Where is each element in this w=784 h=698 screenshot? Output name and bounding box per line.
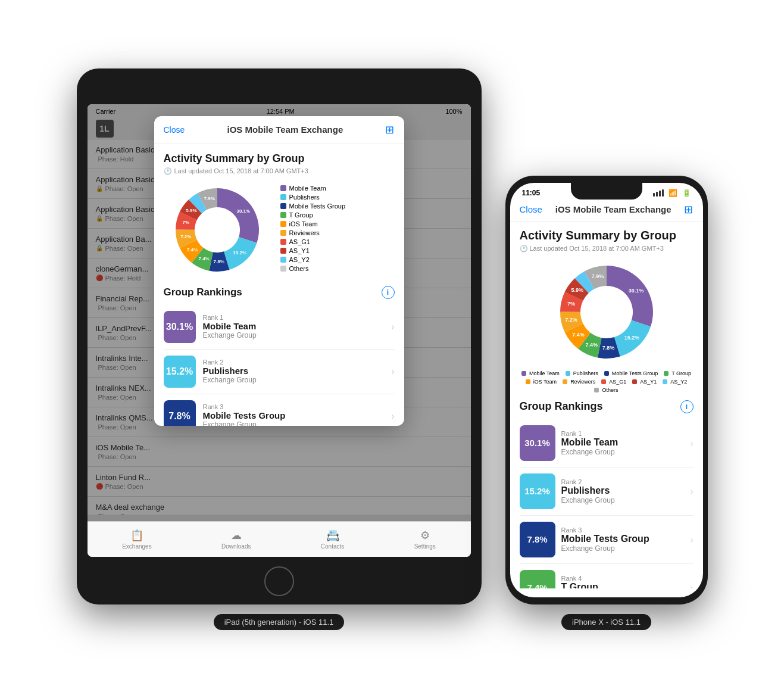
iphone-rankings-title: Group Rankings xyxy=(520,400,603,413)
iphone-legend-dot xyxy=(663,379,667,384)
modal-rankings-title: Group Rankings xyxy=(164,286,242,298)
iphone-rank-type: Exchange Group xyxy=(561,448,685,456)
legend-item: T Group xyxy=(280,211,346,219)
legend-dot xyxy=(280,194,286,200)
iphone-rank-chevron-icon: › xyxy=(691,438,694,448)
rank-label: Rank 2 xyxy=(203,359,385,366)
iphone-grid-icon[interactable]: ⊞ xyxy=(684,203,693,216)
modal-info-button[interactable]: i xyxy=(382,286,395,299)
modal-body: Activity Summary by Group 🕐 Last updated… xyxy=(154,144,404,426)
modal-title: iOS Mobile Team Exchange xyxy=(227,124,343,135)
legend-dot xyxy=(280,185,286,191)
tab-icon: ⚙ xyxy=(420,529,430,542)
iphone-nav-bar: Close iOS Mobile Team Exchange ⊞ xyxy=(510,200,703,222)
rank-type: Exchange Group xyxy=(203,376,385,384)
iphone-rank-info: Rank 1 Mobile Team Exchange Group xyxy=(561,430,685,456)
iphone-legend: Mobile Team Publishers Mobile Tests Grou… xyxy=(520,370,694,393)
svg-text:7.4%: 7.4% xyxy=(572,331,585,337)
iphone-legend-item: Mobile Team xyxy=(521,370,560,376)
iphone-legend-dot xyxy=(601,379,606,384)
legend-label: iOS Team xyxy=(289,220,318,228)
legend-item: Mobile Tests Group xyxy=(280,202,346,210)
iphone-rank-chevron-icon: › xyxy=(691,487,694,496)
iphone-legend-label: Others xyxy=(602,387,618,393)
legend-dot xyxy=(280,221,286,227)
modal-legend: Mobile Team Publishers Mobile Tests Grou… xyxy=(280,182,346,272)
svg-text:30.1%: 30.1% xyxy=(236,208,250,213)
iphone-legend-dot xyxy=(594,388,599,392)
iphone-legend-dot xyxy=(526,379,530,384)
iphone-legend-dot xyxy=(664,371,669,376)
iphone-signal-icon xyxy=(653,189,664,197)
rank-type: Exchange Group xyxy=(203,331,385,339)
iphone-rank-item[interactable]: 30.1% Rank 1 Mobile Team Exchange Group … xyxy=(520,419,694,468)
iphone-rank-name: Mobile Team xyxy=(561,437,685,448)
iphone-rank-item[interactable]: 7.8% Rank 3 Mobile Tests Group Exchange … xyxy=(520,516,694,564)
iphone-rank-chevron-icon: › xyxy=(691,583,694,588)
legend-label: Mobile Tests Group xyxy=(289,202,346,210)
legend-dot xyxy=(280,248,286,254)
iphone-legend-item: Publishers xyxy=(566,370,598,376)
iphone-rank-info: Rank 3 Mobile Tests Group Exchange Group xyxy=(561,526,685,553)
iphone-time: 11:05 xyxy=(522,189,541,197)
ipad-label: iPad (5th generation) - iOS 11.1 xyxy=(214,614,345,630)
tab-item[interactable]: 📋 Exchanges xyxy=(122,529,151,550)
iphone-legend-label: Mobile Tests Group xyxy=(612,370,658,376)
iphone-rank-list: 30.1% Rank 1 Mobile Team Exchange Group … xyxy=(520,419,694,588)
iphone-close-button[interactable]: Close xyxy=(520,204,542,214)
iphone-rank-badge: 7.8% xyxy=(520,522,555,557)
modal-section-title: Activity Summary by Group xyxy=(164,152,395,165)
rank-info: Rank 2 Publishers Exchange Group xyxy=(203,359,385,384)
iphone-legend-item: iOS Team xyxy=(526,379,557,385)
tab-label: Settings xyxy=(414,543,436,550)
rank-item[interactable]: 7.8% Rank 3 Mobile Tests Group Exchange … xyxy=(164,394,395,426)
iphone-rank-label: Rank 4 xyxy=(561,575,685,582)
tab-label: Contacts xyxy=(321,543,344,550)
iphone-info-button[interactable]: i xyxy=(680,400,694,413)
chart-legend-row: 30.1%15.2%7.8%7.4%7.4%7.2%7%5.9%7.9% Mob… xyxy=(164,182,395,278)
legend-dot xyxy=(280,239,286,245)
svg-text:15.2%: 15.2% xyxy=(233,250,246,255)
svg-text:5.9%: 5.9% xyxy=(186,208,196,213)
iphone-legend-label: Publishers xyxy=(573,370,598,376)
iphone-rank-badge: 15.2% xyxy=(520,473,555,509)
svg-text:7%: 7% xyxy=(182,219,189,225)
rank-item[interactable]: 15.2% Rank 2 Publishers Exchange Group › xyxy=(164,350,395,394)
modal-rankings-header: Group Rankings i xyxy=(164,286,395,299)
rank-badge: 15.2% xyxy=(164,356,196,388)
iphone-legend-dot xyxy=(521,371,526,376)
legend-label: AS_Y1 xyxy=(289,247,310,254)
legend-dot xyxy=(280,257,286,263)
iphone-legend-label: AS_Y1 xyxy=(640,379,657,385)
rank-label: Rank 3 xyxy=(203,403,385,410)
iphone-rank-item[interactable]: 7.4% Rank 4 T Group Exchange Group › xyxy=(520,564,694,588)
rank-item[interactable]: 30.1% Rank 1 Mobile Team Exchange Group … xyxy=(164,305,395,350)
svg-text:7.9%: 7.9% xyxy=(204,195,214,201)
legend-item: Others xyxy=(280,265,346,272)
tab-item[interactable]: 📇 Contacts xyxy=(321,529,344,550)
iphone-rank-badge: 7.4% xyxy=(520,570,555,588)
tab-item[interactable]: ⚙ Settings xyxy=(414,529,436,550)
tab-label: Exchanges xyxy=(122,543,151,550)
iphone-legend-label: AS_G1 xyxy=(609,379,626,385)
modal-grid-icon[interactable]: ⊞ xyxy=(385,123,394,136)
svg-text:7%: 7% xyxy=(567,300,575,306)
modal-close-button[interactable]: Close xyxy=(164,125,185,135)
legend-label: Publishers xyxy=(289,194,320,201)
legend-label: AS_G1 xyxy=(289,238,310,245)
svg-text:7.4%: 7.4% xyxy=(585,341,598,347)
iphone-status-icons: 📶 🔋 xyxy=(653,189,691,197)
rank-type: Exchange Group xyxy=(203,420,385,426)
rank-info: Rank 3 Mobile Tests Group Exchange Group xyxy=(203,403,385,426)
iphone-rank-info: Rank 2 Publishers Exchange Group xyxy=(561,478,685,504)
svg-text:7.9%: 7.9% xyxy=(591,273,604,279)
rank-badge: 7.8% xyxy=(164,400,196,426)
ipad-home-button[interactable] xyxy=(264,566,294,596)
svg-text:7.8%: 7.8% xyxy=(213,259,224,264)
tab-item[interactable]: ☁ Downloads xyxy=(221,529,251,550)
iphone-rank-name: T Group xyxy=(561,582,685,588)
iphone-rank-item[interactable]: 15.2% Rank 2 Publishers Exchange Group › xyxy=(520,468,694,516)
rank-chevron-icon: › xyxy=(391,366,394,377)
iphone-rank-label: Rank 1 xyxy=(561,430,685,437)
iphone-updated: 🕐 Last updated Oct 15, 2018 at 7:00 AM G… xyxy=(520,245,694,253)
